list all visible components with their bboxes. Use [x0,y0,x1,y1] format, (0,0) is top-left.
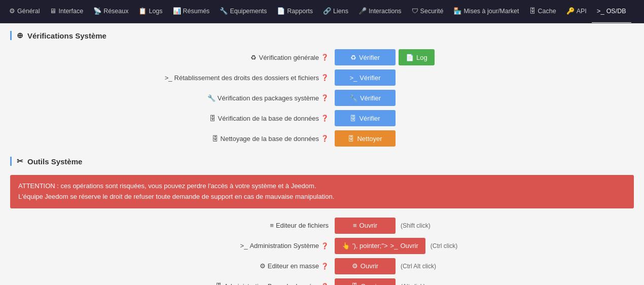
btn-log-generale[interactable]: 📄 Log [399,49,435,65]
packages-label: 🔧 Vérification des packages système ❓ [10,94,335,102]
nav-resumes[interactable]: 📊 Résumés [168,0,215,23]
btn-admin-systeme-icon: >_ [390,242,398,250]
btn-verifier-bdd[interactable]: 🗄 Vérifier [335,110,396,126]
editeur-fichiers-icon: ≡ [270,222,274,229]
verif-bdd-icon: 🗄 [209,115,216,122]
admin-bdd-hint: (Alt click) [401,283,425,285]
btn-ouvrir-admin-systeme[interactable]: 👆'), pointer;"> >_ Ouvrir [335,238,425,254]
nav-interactions[interactable]: 🎤 Interactions [353,0,407,23]
nav-interface[interactable]: 🖥 Interface [45,0,88,23]
nav-securite-label: Securité [420,8,444,15]
packages-row: 🔧 Vérification des packages système ❓ 🔧 … [10,90,634,106]
btn-verifier-packages[interactable]: 🔧 Vérifier [335,90,396,106]
nav-general-label: Général [17,8,40,15]
nav-rapports[interactable]: 📄 Rapports [272,0,318,23]
verification-generale-controls: ♻ Vérifier 📄 Log [335,49,435,65]
nav-interactions-label: Interactions [369,8,402,15]
nav-liens-label: Liens [333,8,348,15]
verif-bdd-row: 🗄 Vérification de la base de données ❓ 🗄… [10,110,634,126]
logs-icon: 📋 [138,7,147,15]
admin-bdd-icon: 🗄 [216,282,222,285]
verification-generale-row: ♻ Vérification générale ❓ ♻ Vérifier 📄 L… [10,49,634,65]
admin-systeme-label: >_ Administration Système ❓ [10,242,335,250]
general-icon: ⚙ [9,7,15,15]
topnav: ⚙ Général 🖥 Interface 📡 Réseaux 📋 Logs 📊… [0,0,644,23]
btn-nettoyer-bdd[interactable]: 🗄 Nettoyer [335,130,396,147]
nav-equipements[interactable]: 🔧 Equipements [214,0,272,23]
editeur-masse-icon: ⚙ [260,262,266,270]
warning-text: ATTENTION : ces opérations sont risquées… [18,182,334,200]
admin-bdd-label: 🗄 Administration Base de données ❓ [10,282,335,285]
editeur-masse-controls: ⚙ Ouvrir (Ctrl Alt click) [335,258,436,274]
droits-controls: >_ Vérifier [335,69,396,86]
nettoyage-bdd-icon: 🗄 [212,135,219,142]
equipements-icon: 🔧 [220,7,228,15]
editeur-fichiers-controls: ≡ Ouvrir (Shift click) [335,218,431,234]
nav-logs-label: Logs [149,8,162,15]
nav-liens[interactable]: 🔗 Liens [318,0,353,23]
nav-interface-label: Interface [58,8,83,15]
verifications-section: ⊕ Vérifications Système ♻ Vérification g… [10,31,634,147]
droits-icon: >_ [165,74,172,82]
btn-ouvrir-admin-bdd[interactable]: 🗄 Ouvrir [335,278,396,285]
editeur-masse-label: ⚙ Editeur en masse ❓ [10,262,335,270]
resumes-icon: 📊 [173,7,181,15]
nettoyage-bdd-controls: 🗄 Nettoyer [335,130,396,147]
admin-systeme-row: >_ Administration Système ❓ 👆'), pointer… [10,238,634,254]
admin-bdd-row: 🗄 Administration Base de données ❓ 🗄 Ouv… [10,278,634,285]
packages-controls: 🔧 Vérifier [335,90,396,106]
nav-cache[interactable]: 🗄 Cache [524,0,561,23]
nav-general[interactable]: ⚙ Général [4,0,45,23]
market-icon: 🏪 [453,7,461,15]
cache-icon: 🗄 [529,7,536,15]
api-icon: 🔑 [566,7,575,15]
nettoyage-bdd-row: 🗄 Nettoyage de la base de données ❓ 🗄 Ne… [10,130,634,147]
droits-help[interactable]: ❓ [321,74,329,81]
outils-header: ✂ Outils Système [10,157,634,166]
verif-bdd-help[interactable]: ❓ [321,115,329,122]
btn-verif-bdd-icon: 🗄 [350,115,356,122]
packages-help[interactable]: ❓ [321,94,329,101]
outils-section: ✂ Outils Système ATTENTION : ces opérati… [10,157,634,285]
warning-box: ATTENTION : ces opérations sont risquées… [10,175,634,208]
btn-log-icon: 📄 [406,54,414,61]
admin-systeme-help[interactable]: ❓ [321,242,329,250]
osdb-icon: >_ [597,7,604,15]
editeur-fichiers-hint: (Shift click) [401,222,431,229]
editeur-masse-hint: (Ctrl Alt click) [401,263,436,270]
btn-editeur-fichiers-icon: ≡ [353,222,357,229]
editeur-fichiers-label: ≡ Editeur de fichiers [10,222,335,229]
nettoyage-bdd-help[interactable]: ❓ [321,135,329,142]
nav-api-label: API [577,8,587,15]
admin-systeme-controls: 👆'), pointer;"> >_ Ouvrir (Ctrl click) [335,238,457,254]
nav-mises-a-jour[interactable]: 🏪 Mises à jour/Market [448,0,524,23]
verif-bdd-controls: 🗄 Vérifier [335,110,396,126]
verif-bdd-label: 🗄 Vérification de la base de données ❓ [10,115,335,122]
outils-icon: ✂ [17,157,23,166]
nav-logs[interactable]: 📋 Logs [133,0,167,23]
editeur-masse-help[interactable]: ❓ [321,263,329,270]
securite-icon: 🛡 [412,7,418,15]
btn-admin-bdd-icon: 🗄 [351,282,358,285]
btn-ouvrir-editeur-masse[interactable]: ⚙ Ouvrir [335,258,396,274]
admin-bdd-help[interactable]: ❓ [321,283,329,285]
packages-icon: 🔧 [207,94,216,102]
btn-verifier-droits[interactable]: >_ Vérifier [335,69,396,86]
nav-reseaux[interactable]: 📡 Réseaux [88,0,133,23]
nav-osdb-label: OS/DB [606,8,626,15]
btn-ouvrir-editeur-fichiers[interactable]: ≡ Ouvrir [335,218,396,234]
btn-verifier-generale[interactable]: ♻ Vérifier [335,49,396,65]
interactions-icon: 🎤 [359,7,367,15]
nettoyage-bdd-label: 🗄 Nettoyage de la base de données ❓ [10,135,335,142]
verification-generale-label: ♻ Vérification générale ❓ [10,54,335,61]
reseaux-icon: 📡 [93,7,101,15]
droits-label: >_ Rétablissement des droits des dossier… [10,74,335,82]
outils-title: Outils Système [27,157,82,166]
nav-securite[interactable]: 🛡 Securité [407,0,449,23]
admin-systeme-icon: >_ [240,242,248,250]
nav-api[interactable]: 🔑 API [561,0,592,23]
rapports-icon: 📄 [277,7,285,15]
verifications-icon: ⊕ [17,31,23,40]
nav-osdb[interactable]: >_ OS/DB [592,0,631,23]
verification-generale-help[interactable]: ❓ [321,54,329,61]
